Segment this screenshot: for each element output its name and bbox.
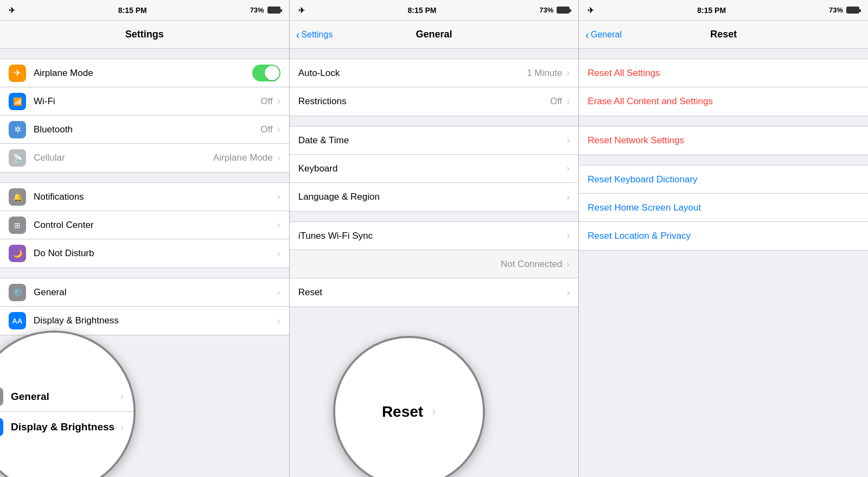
keyboard-chevron: › <box>566 163 570 174</box>
itunes-label: iTunes Wi-Fi Sync <box>298 231 567 241</box>
airplane-label: Airplane Mode <box>34 68 252 79</box>
general-group3: iTunes Wi-Fi Sync › Not Connected › Rese… <box>290 221 579 307</box>
wifi-icon: 📶 <box>9 93 26 110</box>
battery-percent-3: 73% <box>829 6 843 14</box>
control-center-row[interactable]: ⊞ Control Center › <box>0 211 289 239</box>
notifications-icon: 🔔 <box>9 188 26 206</box>
status-bar-2: ✈ 8:15 PM 73% <box>290 0 579 21</box>
back-button-2[interactable]: ‹ Settings <box>296 29 333 40</box>
mag-general-row[interactable]: ⚙️ General › <box>0 381 133 412</box>
airplane-mode-row[interactable]: ✈ Airplane Mode <box>0 59 289 87</box>
bluetooth-label: Bluetooth <box>34 124 260 135</box>
not-connected-row[interactable]: Not Connected › <box>290 250 579 278</box>
mag-display-row[interactable]: AA Display & Brightness › <box>0 412 133 442</box>
nav-title-3: Reset <box>710 29 737 40</box>
battery-icon-3 <box>846 7 859 14</box>
network-group: ✈ Airplane Mode 📶 Wi-Fi Off › ✲ Bluetoot… <box>0 59 289 173</box>
notifications-row[interactable]: 🔔 Notifications › <box>0 183 289 211</box>
reset-row[interactable]: Reset › <box>290 278 579 307</box>
mag-general-label: General <box>11 391 120 403</box>
keyboard-label: Keyboard <box>298 163 567 174</box>
notifications-group: 🔔 Notifications › ⊞ Control Center › 🌙 D… <box>0 182 289 268</box>
keyboard-row[interactable]: Keyboard › <box>290 155 579 183</box>
display-row[interactable]: AA Display & Brightness › <box>0 307 289 335</box>
datetime-row[interactable]: Date & Time › <box>290 126 579 155</box>
cellular-value: Airplane Mode <box>213 152 273 163</box>
status-bar-1: ✈ 8:15 PM 73% <box>0 0 289 21</box>
control-center-chevron: › <box>277 219 280 231</box>
nav-bar-3: ‹ General Reset <box>579 21 868 49</box>
datetime-label: Date & Time <box>298 135 567 146</box>
reset-network-row[interactable]: Reset Network Settings <box>579 126 868 155</box>
general-chevron: › <box>277 287 280 298</box>
not-connected-chevron: › <box>566 258 570 270</box>
general-group: ⚙️ General › AA Display & Brightness › <box>0 278 289 335</box>
settings-content-3: Reset All Settings Erase All Content and… <box>579 49 868 477</box>
back-arrow-2: ‹ <box>296 29 300 40</box>
back-button-3[interactable]: ‹ General <box>585 29 622 40</box>
language-chevron: › <box>566 192 570 203</box>
airplane-status-icon-3: ✈ <box>588 6 594 15</box>
nav-bar-2: ‹ Settings General <box>290 21 579 49</box>
cellular-label: Cellular <box>34 152 213 163</box>
cellular-chevron: › <box>277 152 280 164</box>
reset-label: Reset <box>298 287 567 298</box>
display-icon: AA <box>9 312 26 329</box>
reset-group2: Reset Network Settings <box>579 126 868 155</box>
erase-all-label: Erase All Content and Settings <box>588 96 713 107</box>
bluetooth-row[interactable]: ✲ Bluetooth Off › <box>0 116 289 144</box>
restrictions-label: Restrictions <box>298 96 550 107</box>
status-right-1: 73% <box>250 6 280 14</box>
autolock-label: Auto-Lock <box>298 68 527 79</box>
reset-all-settings-label: Reset All Settings <box>588 68 660 79</box>
reset-keyboard-row[interactable]: Reset Keyboard Dictionary <box>579 166 868 194</box>
reset-all-settings-row[interactable]: Reset All Settings <box>579 59 868 87</box>
do-not-disturb-row[interactable]: 🌙 Do Not Disturb › <box>0 239 289 268</box>
restrictions-value: Off <box>550 96 562 107</box>
erase-all-row[interactable]: Erase All Content and Settings <box>579 87 868 116</box>
wifi-chevron: › <box>277 96 280 107</box>
status-right-2: 73% <box>539 6 570 14</box>
panel-1: ✈ 8:15 PM 73% Settings ✈ Airplane Mode � <box>0 0 290 477</box>
battery-icon-1 <box>267 7 280 14</box>
autolock-row[interactable]: Auto-Lock 1 Minute › <box>290 59 579 87</box>
mag-general-chevron: › <box>120 391 124 402</box>
nav-title-1: Settings <box>125 29 164 40</box>
reset-location-row[interactable]: Reset Location & Privacy <box>579 222 868 250</box>
reset-homescreen-label: Reset Home Screen Layout <box>588 202 859 213</box>
panel-2: ✈ 8:15 PM 73% ‹ Settings General Auto-Lo… <box>290 0 579 477</box>
wifi-label: Wi-Fi <box>34 96 260 107</box>
general-label: General <box>34 287 277 298</box>
reset-group1: Reset All Settings Erase All Content and… <box>579 59 868 116</box>
back-label-2: Settings <box>301 30 333 40</box>
mag-general-icon: ⚙️ <box>0 387 3 406</box>
autolock-chevron: › <box>566 67 570 79</box>
mag-display-chevron: › <box>120 422 124 433</box>
status-time-1: 8:15 PM <box>118 6 147 15</box>
status-right-3: 73% <box>829 6 859 14</box>
reset-keyboard-label: Reset Keyboard Dictionary <box>588 174 859 185</box>
wifi-row[interactable]: 📶 Wi-Fi Off › <box>0 87 289 116</box>
do-not-disturb-icon: 🌙 <box>9 245 26 262</box>
status-time-3: 8:15 PM <box>697 6 726 15</box>
autolock-value: 1 Minute <box>527 68 562 79</box>
restrictions-chevron: › <box>566 96 570 107</box>
status-left-2: ✈ <box>298 6 305 15</box>
reset-homescreen-row[interactable]: Reset Home Screen Layout <box>579 194 868 222</box>
restrictions-row[interactable]: Restrictions Off › <box>290 87 579 116</box>
nav-bar-1: Settings <box>0 21 289 49</box>
bluetooth-chevron: › <box>277 124 280 135</box>
itunes-chevron: › <box>566 230 570 241</box>
airplane-toggle[interactable] <box>252 65 280 81</box>
mag-reset-chevron: › <box>432 405 436 419</box>
cellular-row[interactable]: 📡 Cellular Airplane Mode › <box>0 144 289 172</box>
airplane-status-icon-2: ✈ <box>298 6 305 15</box>
back-arrow-3: ‹ <box>585 29 589 40</box>
status-bar-3: ✈ 8:15 PM 73% <box>579 0 868 21</box>
language-row[interactable]: Language & Region › <box>290 183 579 211</box>
itunes-row[interactable]: iTunes Wi-Fi Sync › <box>290 222 579 250</box>
general-row[interactable]: ⚙️ General › <box>0 278 289 307</box>
datetime-chevron: › <box>566 135 570 146</box>
battery-icon-2 <box>557 7 570 14</box>
language-label: Language & Region <box>298 192 567 202</box>
